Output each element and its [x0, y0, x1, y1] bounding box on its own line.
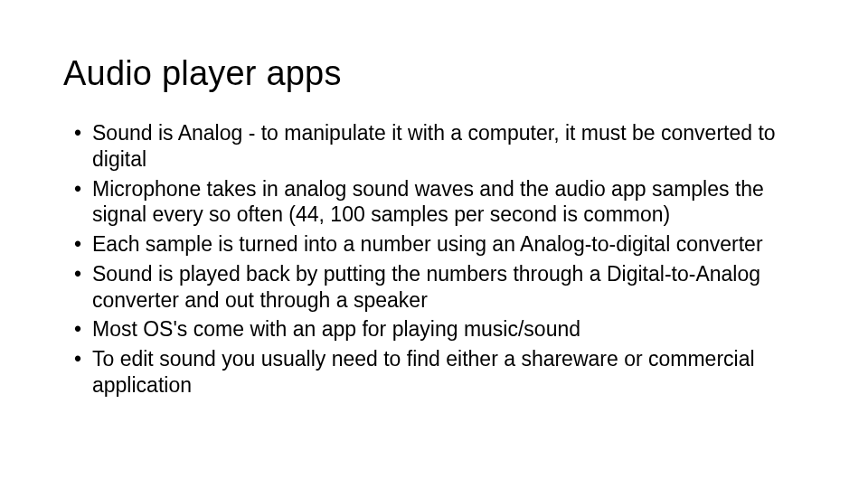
list-item: Each sample is turned into a number usin…: [74, 231, 805, 258]
slide: Audio player apps Sound is Analog - to m…: [0, 0, 868, 488]
list-item: Sound is Analog - to manipulate it with …: [74, 120, 805, 173]
list-item: To edit sound you usually need to find e…: [74, 346, 805, 399]
list-item: Microphone takes in analog sound waves a…: [74, 176, 805, 229]
list-item: Sound is played back by putting the numb…: [74, 261, 805, 314]
bullet-list: Sound is Analog - to manipulate it with …: [63, 120, 805, 399]
slide-title: Audio player apps: [63, 54, 805, 93]
list-item: Most OS's come with an app for playing m…: [74, 316, 805, 343]
